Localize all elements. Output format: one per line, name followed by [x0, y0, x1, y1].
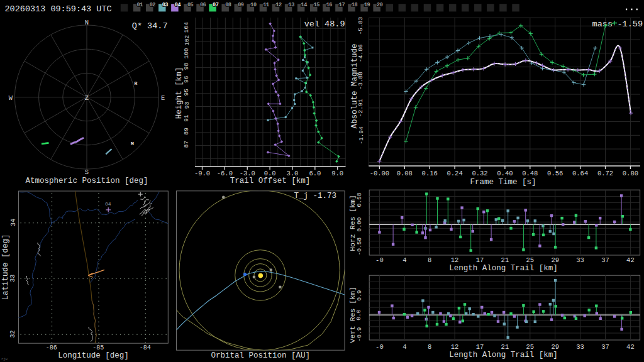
svg-text:29: 29 — [551, 256, 559, 264]
svg-text:0.0: 0.0 — [356, 309, 363, 320]
svg-text:05: 05 — [187, 2, 194, 8]
svg-text:91: 91 — [184, 114, 191, 122]
svg-text:96: 96 — [184, 75, 191, 83]
svg-text:0.72: 0.72 — [597, 170, 613, 177]
svg-text:12: 12 — [451, 256, 459, 264]
svg-text:16: 16 — [326, 2, 333, 8]
svg-text:12: 12 — [275, 2, 282, 8]
svg-text:14: 14 — [301, 2, 308, 8]
svg-text:-86: -86 — [46, 344, 57, 351]
svg-text:-9.0: -9.0 — [194, 170, 210, 177]
svg-text:32: 32 — [10, 331, 17, 338]
svg-text:8: 8 — [428, 256, 431, 264]
svg-text:04: 04 — [105, 201, 111, 207]
svg-text:Length Along Trail [km]: Length Along Trail [km] — [449, 351, 558, 359]
svg-text:13: 13 — [289, 2, 295, 8]
svg-text:37: 37 — [601, 256, 609, 264]
svg-text:95: 95 — [184, 89, 191, 96]
svg-text:0.40: 0.40 — [497, 170, 513, 177]
svg-text:Atmospheric Position [deg]: Atmospheric Position [deg] — [25, 177, 148, 185]
svg-text:0.24: 0.24 — [447, 170, 462, 177]
svg-text:Q* 34.7: Q* 34.7 — [132, 21, 168, 31]
svg-text:03: 03 — [162, 2, 169, 8]
svg-text:93: 93 — [184, 102, 191, 109]
svg-text:-0.00: -0.00 — [370, 170, 390, 177]
svg-text:Absolute Magnitude: Absolute Magnitude — [350, 43, 359, 128]
svg-text:0.80: 0.80 — [623, 170, 638, 177]
svg-text:100: 100 — [184, 48, 191, 58]
svg-text:17: 17 — [476, 256, 484, 264]
svg-text:10: 10 — [250, 2, 257, 8]
svg-text:0.48: 0.48 — [522, 170, 538, 177]
svg-text:17: 17 — [339, 2, 345, 8]
svg-text:0.32: 0.32 — [472, 170, 487, 177]
svg-text:17: 17 — [476, 343, 484, 351]
svg-text:S: S — [85, 168, 89, 176]
svg-text:4: 4 — [402, 343, 406, 351]
svg-text:15: 15 — [314, 2, 320, 8]
svg-text:T_j -1.73: T_j -1.73 — [294, 192, 336, 200]
svg-text:08: 08 — [225, 2, 231, 8]
svg-text:Horz Res [km]: Horz Res [km] — [348, 195, 357, 251]
svg-text:25: 25 — [526, 256, 534, 264]
svg-text:01: 01 — [137, 2, 143, 8]
svg-text:Height [km]: Height [km] — [175, 67, 184, 119]
svg-text:0.16: 0.16 — [422, 170, 438, 177]
svg-text:0.9: 0.9 — [356, 290, 363, 300]
svg-text:0.08: 0.08 — [397, 170, 413, 177]
svg-text:87: 87 — [184, 141, 191, 148]
svg-text:34: 34 — [10, 219, 17, 226]
svg-text:-0.58: -0.58 — [356, 237, 363, 255]
svg-text:89: 89 — [184, 128, 191, 135]
svg-text:Orbital Position [AU]: Orbital Position [AU] — [211, 351, 311, 360]
svg-text:42: 42 — [626, 343, 635, 351]
svg-text:9.0: 9.0 — [331, 170, 343, 177]
svg-text:E: E — [161, 94, 165, 102]
svg-text:Longitude [deg]: Longitude [deg] — [58, 351, 129, 360]
svg-text:29: 29 — [551, 343, 559, 351]
svg-text:vel 48.9: vel 48.9 — [304, 19, 345, 29]
svg-text:0.00: 0.00 — [356, 217, 363, 231]
svg-text:19: 19 — [364, 2, 370, 8]
svg-text:-0: -0 — [375, 256, 384, 264]
svg-text:0.64: 0.64 — [572, 170, 588, 177]
svg-text:25: 25 — [526, 343, 534, 351]
svg-text:12: 12 — [451, 343, 459, 351]
svg-text:33: 33 — [576, 343, 584, 351]
svg-text:09: 09 — [238, 2, 244, 8]
svg-text:0.58: 0.58 — [356, 192, 363, 207]
svg-text:33: 33 — [576, 256, 584, 264]
svg-text:Z: Z — [85, 94, 89, 102]
svg-text:M: M — [131, 141, 134, 146]
svg-text:37: 37 — [601, 343, 609, 351]
svg-text:8: 8 — [428, 343, 431, 351]
svg-text:Latitude [deg]: Latitude [deg] — [1, 234, 10, 300]
svg-text:Vert Res [km]: Vert Res [km] — [348, 287, 357, 343]
svg-text:-1.59: -1.59 — [617, 19, 643, 29]
svg-text:0.56: 0.56 — [547, 170, 563, 177]
svg-text:98: 98 — [184, 63, 191, 70]
svg-text:07: 07 — [213, 2, 219, 8]
svg-text:R: R — [135, 80, 138, 86]
svg-text:N: N — [85, 19, 89, 26]
svg-text:mass: mass — [592, 19, 613, 29]
svg-text:4: 4 — [402, 256, 406, 264]
svg-text:06: 06 — [200, 2, 206, 8]
svg-text:42: 42 — [626, 256, 635, 264]
svg-text:18: 18 — [352, 2, 358, 8]
svg-text:6.0: 6.0 — [309, 170, 321, 177]
svg-text:20: 20 — [377, 2, 383, 8]
svg-text:Length Along Trail [km]: Length Along Trail [km] — [449, 264, 558, 273]
svg-text:33: 33 — [10, 275, 17, 282]
svg-text:-5.83: -5.83 — [358, 17, 365, 35]
svg-text:21: 21 — [501, 256, 509, 264]
svg-text:Frame Time [s]: Frame Time [s] — [470, 178, 536, 187]
svg-text:02: 02 — [150, 2, 156, 8]
svg-text:102: 102 — [184, 35, 191, 45]
svg-text:-84: -84 — [140, 344, 151, 351]
svg-text:104: 104 — [184, 22, 191, 33]
svg-text:rjw: rjw — [1, 357, 8, 361]
svg-text:21: 21 — [501, 343, 509, 351]
svg-text:-0: -0 — [375, 343, 384, 351]
svg-text:Trail Offset [km]: Trail Offset [km] — [230, 177, 311, 185]
